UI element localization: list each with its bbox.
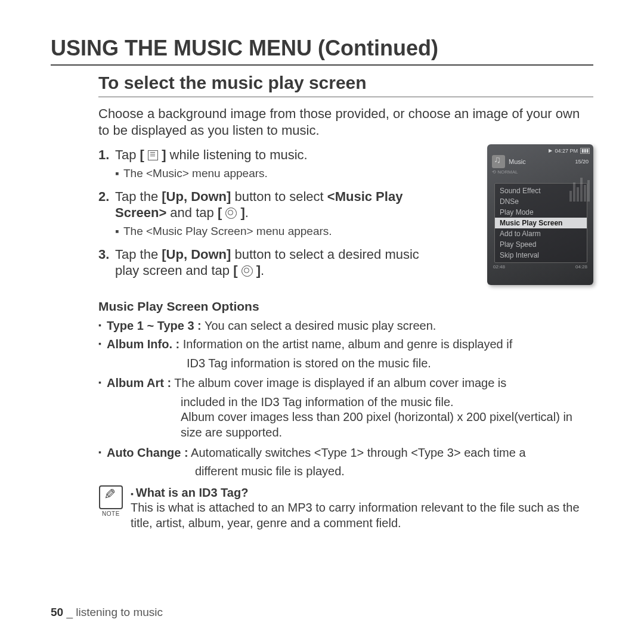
option-album-info-cont: ID3 Tag information is stored on the mus… (187, 356, 593, 371)
device-menu-item: Skip Interval (495, 250, 587, 261)
device-menu-item: Play Mode (495, 207, 587, 218)
note-block: NOTE ▪ What is an ID3 Tag? This is what … (98, 485, 593, 531)
device-menu-item: Add to Alarm (495, 228, 587, 239)
step-1-sub: ▪The <Music> menu appears. (115, 167, 432, 180)
option-auto-change: ▪Auto Change : Automatically switches <T… (98, 445, 593, 461)
device-menu-item: Music Play Screen (495, 218, 587, 228)
device-music-label: Music (509, 158, 526, 165)
step-2-sub: ▪The <Music Play Screen> menu appears. (115, 225, 432, 238)
page-footer: 50 _ listening to music (51, 606, 163, 619)
menu-icon (148, 150, 158, 160)
device-time: 04:27 PM (555, 148, 578, 154)
step-2: 2. Tap the [Up, Down] button to select <… (98, 188, 432, 221)
note-body: This is what is attached to an MP3 to ca… (131, 501, 580, 530)
page-title: USING THE MUSIC MENU (Continued) (51, 36, 593, 66)
equalizer-icon (569, 173, 591, 202)
step-1: 1. Tap [ ] while listening to music. (98, 147, 432, 163)
intro-text: Choose a background image from those pro… (98, 106, 593, 138)
option-album-art: ▪Album Art : The album cover image is di… (98, 376, 593, 391)
device-menu-item: Play Speed (495, 239, 587, 250)
select-icon (225, 208, 237, 219)
option-type: ▪Type 1 ~ Type 3 : You can select a desi… (98, 318, 593, 334)
track-count: 15/20 (575, 159, 589, 165)
select-icon (242, 265, 253, 277)
music-note-icon (492, 155, 505, 168)
option-album-info: ▪Album Info. : Information on the artist… (98, 337, 593, 352)
note-label: NOTE (98, 510, 123, 517)
note-question: What is an ID3 Tag? (136, 486, 249, 499)
step-3: 3. Tap the [Up, Down] button to select a… (98, 246, 432, 279)
time-elapsed: 02:48 (493, 264, 505, 270)
section-title: To select the music play screen (98, 73, 593, 97)
time-total: 04:28 (575, 264, 587, 270)
device-preview: ▶ 04:27 PM ▮▮▮ Music 15/20 ⟲ NORMAL Soun… (487, 144, 593, 285)
battery-icon: ▮▮▮ (580, 148, 590, 154)
options-heading: Music Play Screen Options (98, 299, 593, 314)
option-album-art-cont: included in the ID3 Tag information of t… (181, 395, 593, 441)
note-icon (99, 485, 123, 509)
option-auto-change-cont: different music file is played. (195, 464, 593, 479)
